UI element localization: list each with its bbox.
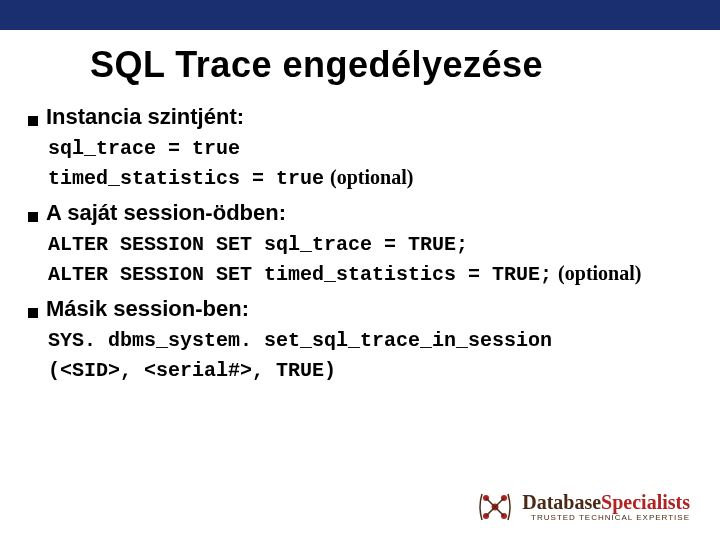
code-text: SYS. dbms_system. set_sql_trace_in_sessi… (48, 329, 552, 352)
svg-line-6 (495, 498, 504, 507)
bullet-icon (28, 308, 38, 318)
page-title: SQL Trace engedélyezése (90, 44, 720, 86)
logo-word-2: Specialists (601, 491, 690, 513)
section-heading: Másik session-ben: (28, 296, 700, 322)
code-line: ALTER SESSION SET sql_trace = TRUE; (48, 232, 700, 256)
section-label: Instancia szintjént: (46, 104, 244, 130)
logo-text: DatabaseSpecialists TRUSTED TECHNICAL EX… (522, 492, 690, 522)
code-text: timed_statistics = true (48, 167, 324, 190)
logo-word-1: Database (522, 491, 601, 513)
code-text: ALTER SESSION SET timed_statistics = TRU… (48, 263, 552, 286)
code-line: timed_statistics = true(optional) (48, 166, 700, 190)
content-area: Instancia szintjént: sql_trace = true ti… (28, 104, 700, 382)
svg-line-5 (486, 498, 495, 507)
section-label: Másik session-ben: (46, 296, 249, 322)
logo-mark-icon (476, 488, 514, 526)
svg-line-7 (486, 507, 495, 516)
bullet-icon (28, 116, 38, 126)
logo-subtitle: TRUSTED TECHNICAL EXPERTISE (522, 514, 690, 522)
code-text: ALTER SESSION SET sql_trace = TRUE; (48, 233, 468, 256)
optional-tag: (optional) (558, 262, 641, 284)
code-line: (<SID>, <serial#>, TRUE) (48, 358, 700, 382)
code-line: ALTER SESSION SET timed_statistics = TRU… (48, 262, 700, 286)
code-line: SYS. dbms_system. set_sql_trace_in_sessi… (48, 328, 700, 352)
bullet-icon (28, 212, 38, 222)
section-label: A saját session-ödben: (46, 200, 286, 226)
svg-line-8 (495, 507, 504, 516)
header-bar (0, 0, 720, 30)
section-heading: Instancia szintjént: (28, 104, 700, 130)
logo: DatabaseSpecialists TRUSTED TECHNICAL EX… (476, 488, 690, 526)
optional-tag: (optional) (330, 166, 413, 188)
code-text: sql_trace = true (48, 137, 240, 160)
section-heading: A saját session-ödben: (28, 200, 700, 226)
code-line: sql_trace = true (48, 136, 700, 160)
code-text: (<SID>, <serial#>, TRUE) (48, 359, 336, 382)
